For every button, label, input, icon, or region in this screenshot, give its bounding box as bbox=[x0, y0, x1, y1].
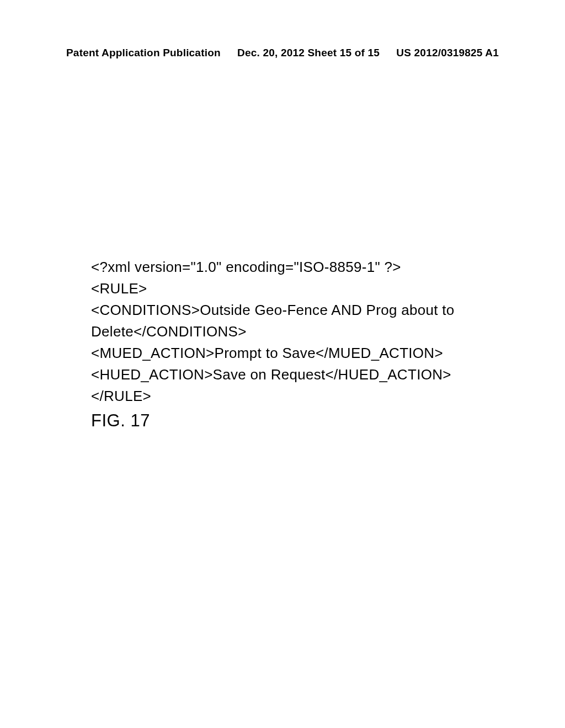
xml-line: Delete</CONDITIONS> bbox=[91, 321, 474, 342]
xml-line: <RULE> bbox=[91, 278, 474, 299]
xml-code-block: <?xml version="1.0" encoding="ISO-8859-1… bbox=[91, 256, 474, 407]
header-date-sheet: Dec. 20, 2012 Sheet 15 of 15 bbox=[237, 47, 380, 59]
header-publication-type: Patent Application Publication bbox=[66, 47, 221, 59]
header-patent-number: US 2012/0319825 A1 bbox=[396, 47, 499, 59]
xml-line: <MUED_ACTION>Prompt to Save</MUED_ACTION… bbox=[91, 342, 474, 364]
xml-line: <HUED_ACTION>Save on Request</HUED_ACTIO… bbox=[91, 364, 474, 386]
xml-line: <?xml version="1.0" encoding="ISO-8859-1… bbox=[91, 256, 474, 278]
figure-label: FIG. 17 bbox=[91, 411, 150, 431]
page-header: Patent Application Publication Dec. 20, … bbox=[0, 47, 565, 59]
xml-line: </RULE> bbox=[91, 386, 474, 407]
xml-line: <CONDITIONS>Outside Geo-Fence AND Prog a… bbox=[91, 299, 474, 321]
